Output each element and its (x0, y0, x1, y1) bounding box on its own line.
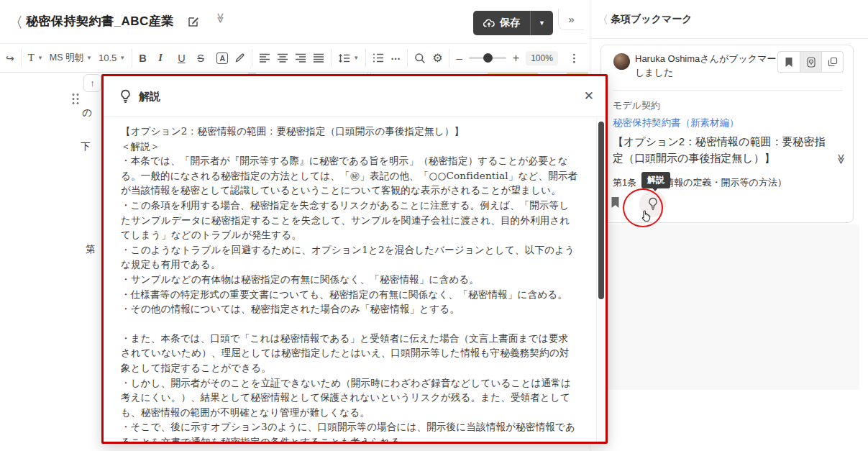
commentary-paragraph: 【オプション2：秘密情報の範囲：要秘密指定（口頭開示の事後指定無し）】 (121, 124, 578, 139)
more-tools-button[interactable]: ⋯ (390, 53, 401, 64)
highlight-pen-button[interactable] (234, 53, 245, 63)
save-options-caret[interactable]: ▼ (530, 11, 553, 35)
back-icon[interactable]: 〈 (9, 13, 23, 32)
toolbar-separator (407, 49, 408, 67)
modal-title: 解説 (139, 90, 160, 104)
zoom-slider-handle[interactable] (483, 53, 493, 63)
chevron-down-icon: ▼ (353, 55, 359, 61)
commentary-paragraph: ・その他の情報については、秘密指定された場合のみ「秘密情報」とする。 (121, 301, 578, 316)
save-button[interactable]: 保存 (473, 11, 530, 35)
align-justify-button[interactable] (313, 53, 324, 63)
close-icon[interactable]: ✕ (584, 88, 594, 104)
commentary-badge-icon (806, 57, 816, 68)
align-right-button[interactable] (295, 53, 306, 63)
kebab-menu-icon[interactable]: ⋮ (569, 52, 580, 65)
toolbar-separator (331, 49, 332, 67)
redo-icon[interactable]: ↪ (6, 53, 14, 64)
avatar (613, 53, 630, 70)
modal-body: 【オプション2：秘密情報の範囲：要秘密指定（口頭開示の事後指定無し）】 ＜解説＞… (104, 117, 606, 444)
lightbulb-icon (647, 197, 659, 211)
bookmark-note-text: Haruka Oshimaさんがブックマークしました (635, 52, 787, 79)
font-family-dropdown[interactable]: MS 明朝 ▼ (50, 52, 92, 64)
document-edge-text: の (82, 106, 92, 119)
copy-icon (828, 57, 838, 67)
zoom-in-button[interactable]: + (513, 52, 519, 65)
bullet-list-button[interactable] (373, 53, 384, 63)
save-split-button: 保存 ▼ (473, 11, 553, 35)
font-size-dropdown[interactable]: 10.5 ▼ (99, 53, 125, 63)
bookmark-button[interactable] (778, 52, 800, 72)
search-button[interactable] (414, 53, 426, 64)
commentary-paragraph: ・そこで、後に示すオプション3のように、口頭開示等の場合には、開示後に当該情報が… (121, 419, 578, 444)
underline-button[interactable]: U (178, 53, 191, 64)
align-left-button[interactable] (259, 53, 270, 63)
sidebar-back-icon[interactable]: 〈 (597, 13, 608, 28)
copy-button[interactable] (821, 52, 843, 72)
article-line: 第1条（秘密情報の定義・開示等の方法） (613, 176, 787, 189)
clause-bookmark-button[interactable] (611, 196, 620, 209)
sidebar-lower-area (600, 224, 859, 390)
bookmark-actions-group (777, 51, 844, 73)
commentary-button[interactable] (800, 52, 821, 72)
font-family-value: MS 明朝 (50, 52, 83, 64)
save-button-label: 保存 (500, 17, 520, 29)
zoom-out-button[interactable]: – (456, 52, 462, 64)
commentary-paragraph: ・しかし、開示者がそのことを立証できないため（開示時にわざわざ録音などしているこ… (121, 375, 578, 420)
tooltip-caret (652, 187, 659, 191)
sidebar-title: 条項ブックマーク (611, 13, 693, 26)
document-edge-text: 第 (86, 243, 96, 256)
rename-icon[interactable] (187, 15, 200, 28)
commentary-paragraph: ・また、本条では、口頭で「これは秘密情報である」と受領者に伝えた場合（文言上書面… (121, 331, 578, 375)
commentary-lightbulb-button[interactable] (639, 191, 666, 217)
commentary-paragraph: ・このようなトラブルを回避するために、オプション1と2を混合したバージョンとして… (121, 242, 578, 272)
settings-button[interactable]: ⚙ (432, 51, 442, 65)
toolbar-separator (365, 49, 366, 67)
modal-scrollbar[interactable] (596, 118, 606, 442)
align-center-button[interactable] (277, 53, 288, 63)
zoom-slider[interactable] (469, 57, 506, 59)
toolbar-separator (449, 49, 449, 67)
bookmark-card: Haruka Oshimaさんがブックマークしました (600, 45, 854, 223)
toolbar-separator (252, 49, 252, 67)
commentary-modal: 解説 ✕ 【オプション2：秘密情報の範囲：要秘密指定（口頭開示の事後指定無し）】… (101, 74, 608, 444)
zoom-level-value: 100% (526, 51, 558, 65)
cloud-upload-icon (483, 18, 495, 28)
chevron-down-icon: ▼ (37, 55, 43, 61)
model-contract-label: モデル契約 (613, 99, 660, 112)
bookmark-icon (785, 57, 793, 68)
document-title: 秘密保持契約書_ABC産業 (26, 13, 174, 29)
italic-button[interactable]: I (158, 52, 171, 64)
toolbar-separator (21, 49, 22, 67)
expand-double-chevron-icon[interactable]: ≫ (836, 154, 848, 165)
commentary-paragraph: ・この条項を利用する場合、秘密指定を失念するリスクがあることに注意する。例えば、… (121, 198, 578, 242)
divider (590, 38, 868, 39)
boxed-a-icon: A (216, 53, 228, 64)
title-expand-icon[interactable]: ≫ (215, 13, 227, 24)
chevron-down-icon: ▼ (119, 55, 125, 61)
text-style-dropdown[interactable]: T ▼ (28, 52, 43, 64)
toolbar-separator (132, 49, 132, 67)
bookmark-icon (611, 196, 620, 209)
contract-editor-app: ↑ の 下 第 〈 秘密保持契約書_ABC産業 ≫ 保存 (0, 0, 868, 451)
commentary-paragraph: ・本条では、「開示者が『開示等する際』に秘密である旨を明示」（秘密指定）すること… (121, 153, 578, 198)
strikethrough-button[interactable]: S (197, 53, 210, 64)
drag-handle-icon[interactable] (70, 92, 81, 106)
paragraph-gap (121, 316, 578, 331)
bold-button[interactable]: B (139, 53, 152, 64)
lightbulb-icon (119, 89, 132, 104)
commentary-paragraph: ・サンプルなどの有体物は秘密指定の有無に関係なく、「秘密情報」に含める。 (121, 272, 578, 287)
scroll-up-button[interactable]: ↑ (83, 74, 101, 92)
modal-scrollbar-thumb[interactable] (598, 122, 604, 299)
commentary-paragraph: ・仕様書等の特定形式の重要文書についても、秘密指定の有無に関係なく、「秘密情報」… (121, 287, 578, 302)
line-spacing-dropdown[interactable]: ▼ (338, 53, 359, 63)
panel-collapse-button[interactable]: » (558, 9, 584, 30)
document-edge-text: 下 (81, 140, 91, 153)
app-header: 〈 秘密保持契約書_ABC産業 ≫ 保存 ▼ » (0, 0, 590, 43)
model-contract-link[interactable]: 秘密保持契約書（新素材編） (613, 117, 739, 129)
option-title: 【オプション2：秘密情報の範囲：要秘密指定（口頭開示の事後指定無し）】 (613, 133, 834, 166)
character-style-button[interactable]: A (216, 53, 228, 64)
editor-toolbar: ↪ T ▼ MS 明朝 ▼ 10.5 ▼ B I U S A (0, 43, 588, 73)
commentary-paragraph: ＜解説＞ (121, 139, 578, 154)
pencil-icon (234, 53, 245, 63)
modal-header: 解説 ✕ (104, 76, 606, 117)
